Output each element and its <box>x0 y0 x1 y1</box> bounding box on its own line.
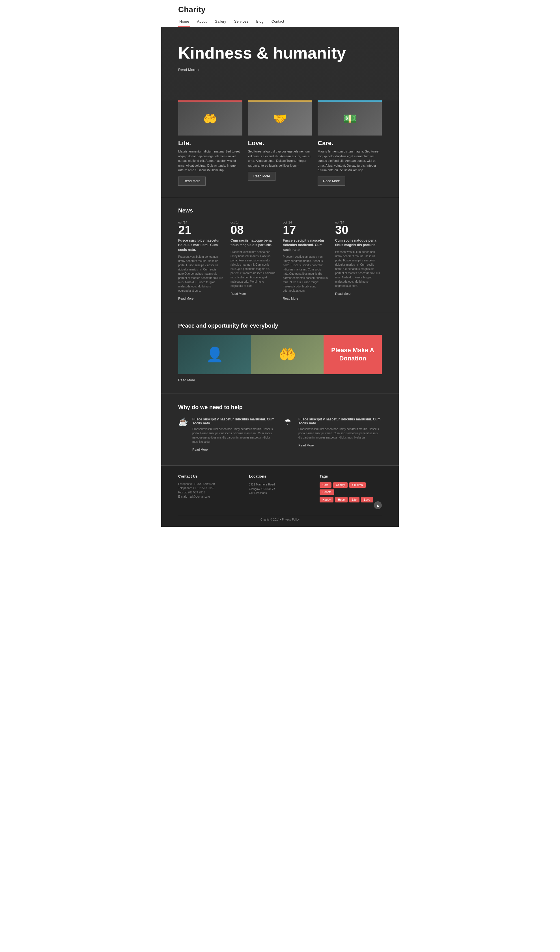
card-title-life: Life. <box>178 139 242 147</box>
tags-row-1: Care Charity Children Donate <box>319 482 382 495</box>
footer-locations: Locations 3911 Marmore RoadGlasgow, G04 … <box>249 474 311 509</box>
tag-charity[interactable]: Charity <box>333 482 348 488</box>
card-readmore-love[interactable]: Read More <box>248 172 276 181</box>
hero-readmore-link[interactable]: Read More › <box>178 68 382 72</box>
why-item-1: ☕ Fusce suscipit v nascetur ridiculus ma… <box>178 417 276 454</box>
site-logo: Charity <box>178 5 382 14</box>
hero-title: Kindness & humanity <box>178 44 348 62</box>
footer-email: E-mail: mail@domain.org <box>178 495 241 498</box>
peace-section: Peace and opportunity for everybody 👤 🤲 … <box>161 312 399 394</box>
cards-section: 🤲 Life. Mauris fermentum dictum magna. S… <box>161 100 399 197</box>
cards-grid: 🤲 Life. Mauris fermentum dictum magna. S… <box>178 100 382 185</box>
chevron-right-icon: › <box>198 68 199 72</box>
umbrella-icon: ☂ <box>284 417 295 427</box>
news-item-1: oct '14 21 Fusce suscipit v nascetur rid… <box>178 221 225 301</box>
peace-title: Peace and opportunity for everybody <box>178 323 382 329</box>
why-item-2: ☂ Fusce suscipit v nascetur ridiculus ma… <box>284 417 382 454</box>
card-readmore-life[interactable]: Read More <box>178 176 206 185</box>
peace-images: 👤 🤲 Please Make A Donation <box>178 335 382 374</box>
card-title-love: Love. <box>248 139 312 147</box>
footer-grid: Contact Us Freephone: +1 800 339 6350 Te… <box>178 474 382 509</box>
why-section: Why do we need to help ☕ Fusce suscipit … <box>161 394 399 465</box>
card-image-love: 🤝 <box>248 102 312 136</box>
why-grid: ☕ Fusce suscipit v nascetur ridiculus ma… <box>178 417 382 454</box>
footer-freephone: Freephone: +1 800 339 6350 <box>178 482 241 485</box>
news-headline-4: Cum sociis natoque pena tibus magnis dis… <box>335 238 382 248</box>
news-date-big-4: 30 <box>335 224 382 236</box>
card-title-care: Care. <box>318 139 382 147</box>
news-readmore-4[interactable]: Read More <box>335 292 350 295</box>
footer: Contact Us Freephone: +1 800 339 6350 Te… <box>161 465 399 527</box>
news-readmore-2[interactable]: Read More <box>230 292 246 295</box>
news-date-big-3: 17 <box>283 224 330 236</box>
footer-fax: Fax or: 968 509 9836 <box>178 491 241 494</box>
tag-hope[interactable]: Hope <box>335 497 348 502</box>
care-icon: 💵 <box>343 112 357 125</box>
footer-telephone: Telephone: +1 919 503 6055 <box>178 487 241 490</box>
news-date-big-1: 21 <box>178 224 225 236</box>
footer-address: 3911 Marmore RoadGlasgow, G04 60GR <box>249 482 311 491</box>
peace-image-2: 🤲 <box>251 335 324 374</box>
news-body-3: Praesent vestibulum aenea non umny hendr… <box>283 255 330 293</box>
news-body-4: Praesent vestibulum aenea non umny hendr… <box>335 250 382 288</box>
news-section: News oct '14 21 Fusce suscipit v nascetu… <box>161 197 399 312</box>
card-image-care: 💵 <box>318 102 382 136</box>
footer-contact-title: Contact Us <box>178 474 241 478</box>
card-love: 🤝 Love. Sed toreet aliquip d dapibus ege… <box>248 100 312 185</box>
nav-contact[interactable]: Contact <box>270 17 285 26</box>
tag-happy[interactable]: Happy <box>319 497 333 502</box>
news-section-title: News <box>178 207 382 214</box>
tag-love[interactable]: Love <box>361 497 373 502</box>
news-body-1: Praesent vestibulum aenea non umny hendr… <box>178 255 225 293</box>
nav-about[interactable]: About <box>196 17 208 26</box>
news-headline-1: Fusce suscipit v nascetur ridiculus mari… <box>178 238 225 252</box>
tag-care[interactable]: Care <box>319 482 332 488</box>
life-icon: 🤲 <box>203 112 217 125</box>
card-life: 🤲 Life. Mauris fermentum dictum magna. S… <box>178 100 242 185</box>
nav-home[interactable]: Home <box>178 17 190 26</box>
tag-children[interactable]: Children <box>349 482 366 488</box>
love-icon: 🤝 <box>273 112 287 125</box>
card-care: 💵 Care. Mauris fermentum dictum magna. S… <box>318 100 382 185</box>
why-headline-1: Fusce suscipit v nascetur ridiculus mari… <box>192 417 276 425</box>
cup-icon: ☕ <box>178 417 188 427</box>
donation-text: Please Make A Donation <box>324 346 382 362</box>
news-date-big-2: 08 <box>230 224 277 236</box>
peace-readmore-link[interactable]: Read More <box>178 378 382 382</box>
nav-services[interactable]: Services <box>233 17 250 26</box>
hand-icon: 🤲 <box>279 346 296 363</box>
news-body-2: Praesent vestibulum aenea non umny hendr… <box>230 250 277 288</box>
news-readmore-1[interactable]: Read More <box>178 297 193 300</box>
header: Charity Home About Gallery Services Blog… <box>161 0 399 27</box>
why-body-1: Praesent vestibulum aenea non umny hendr… <box>192 427 276 444</box>
news-grid: oct '14 21 Fusce suscipit v nascetur rid… <box>178 221 382 301</box>
footer-tags-title: Tags <box>319 474 382 478</box>
card-image-life: 🤲 <box>178 102 242 136</box>
tag-donate[interactable]: Donate <box>319 490 334 495</box>
footer-contact: Contact Us Freephone: +1 800 339 6350 Te… <box>178 474 241 509</box>
news-headline-3: Fusce suscipit v nascetur ridiculus mari… <box>283 238 330 252</box>
card-text-love: Sed toreet aliquip d dapibus eget elemen… <box>248 149 312 168</box>
nav-blog[interactable]: Blog <box>255 17 265 26</box>
why-body-2: Praesent vestibulum aenea non umny hendr… <box>298 427 382 440</box>
news-item-2: oct '14 08 Cum sociis natoque pena tibus… <box>230 221 277 301</box>
card-readmore-care[interactable]: Read More <box>318 176 345 185</box>
scroll-to-top-button[interactable]: ▲ <box>374 501 382 509</box>
tags-row-2: Happy Hope Life Love <box>319 497 382 502</box>
news-readmore-3[interactable]: Read More <box>283 297 298 300</box>
donation-block[interactable]: Please Make A Donation <box>324 335 382 374</box>
footer-locations-title: Locations <box>249 474 311 478</box>
news-item-4: oct '14 30 Cum sociis natoque pena tibus… <box>335 221 382 301</box>
footer-directions-link[interactable]: Get Directions <box>249 491 311 495</box>
card-text-life: Mauris fermentum dictum magna. Sed toree… <box>178 149 242 173</box>
why-readmore-1[interactable]: Read More <box>192 448 208 451</box>
main-nav: Home About Gallery Services Blog Contact <box>178 17 382 26</box>
news-headline-2: Cum sociis natoque pena tibus magnis dis… <box>230 238 277 248</box>
why-readmore-2[interactable]: Read More <box>298 444 314 447</box>
why-title: Why do we need to help <box>178 404 382 411</box>
nav-gallery[interactable]: Gallery <box>213 17 227 26</box>
footer-tags: Tags Care Charity Children Donate Happy … <box>319 474 382 509</box>
why-icon-row-1: ☕ Fusce suscipit v nascetur ridiculus ma… <box>178 417 276 452</box>
news-item-3: oct '14 17 Fusce suscipit v nascetur rid… <box>283 221 330 301</box>
tag-life[interactable]: Life <box>349 497 359 502</box>
